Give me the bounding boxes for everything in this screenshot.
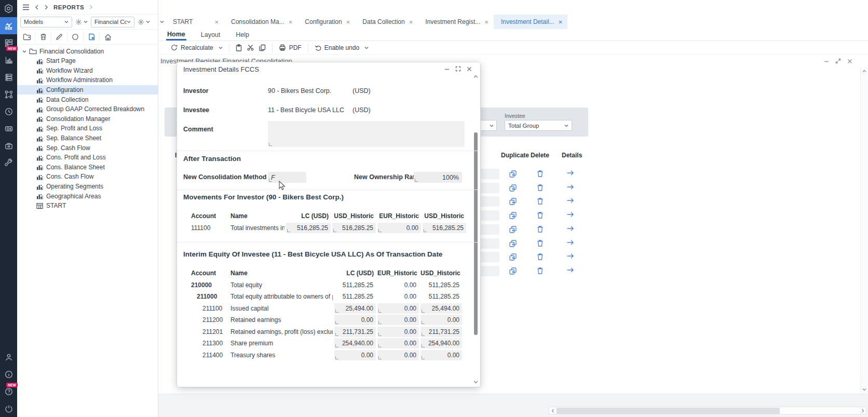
cube-settings-button[interactable] <box>138 19 150 25</box>
value-cell[interactable]: 0.00 <box>377 280 419 290</box>
menu-item[interactable]: Help <box>235 29 250 41</box>
rail-item-workspace[interactable] <box>0 137 17 154</box>
tab-overflow-chevron-icon[interactable] <box>158 15 166 29</box>
rail-item-dashboards[interactable]: NEW <box>0 34 17 51</box>
duplicate-row-button[interactable] <box>509 184 517 192</box>
tree-item[interactable]: Consolidation Manager <box>17 114 158 124</box>
dialog-maximize-icon[interactable] <box>455 66 461 72</box>
tree-item[interactable]: Group GAAP Corrected Breakdown <box>17 104 158 114</box>
value-cell[interactable]: 0.00 <box>377 223 421 233</box>
delete-row-button[interactable] <box>537 184 544 192</box>
menu-item[interactable]: Layout <box>200 29 222 41</box>
delete-row-button[interactable] <box>537 253 544 261</box>
details-row-button[interactable] <box>566 225 574 232</box>
horizontal-scroll-thumb[interactable] <box>557 408 780 414</box>
document-preview-button[interactable] <box>84 32 100 43</box>
recalculate-button[interactable]: Recalculate <box>171 44 213 51</box>
tree-item[interactable]: Configuration <box>17 85 158 95</box>
value-cell[interactable]: 0.00 <box>334 350 376 360</box>
delete-row-button[interactable] <box>537 225 544 233</box>
details-row-button[interactable] <box>566 267 574 273</box>
investee-filter-select[interactable]: Total Group <box>505 120 572 131</box>
hamburger-menu-icon[interactable] <box>22 4 30 10</box>
value-cell[interactable]: 254,940.00 <box>421 338 462 348</box>
rail-item-scheduler[interactable] <box>0 103 17 120</box>
document-tab[interactable]: Data Collection × <box>355 15 418 29</box>
document-tab[interactable]: Configuration × <box>297 15 355 29</box>
delete-row-button[interactable] <box>537 239 544 247</box>
undo-chevron-icon[interactable] <box>364 46 369 49</box>
details-row-button[interactable] <box>566 170 574 176</box>
value-cell[interactable]: 516,285.25 <box>423 223 466 233</box>
models-settings-button[interactable] <box>75 19 88 25</box>
close-window-icon[interactable] <box>847 59 852 64</box>
value-cell[interactable]: 511,285.25 <box>421 291 462 302</box>
details-row-button[interactable] <box>566 211 574 218</box>
rail-item-data[interactable] <box>0 69 17 86</box>
scroll-down-icon[interactable] <box>861 386 868 393</box>
value-cell[interactable]: 0.00 <box>377 303 419 314</box>
details-row-button[interactable] <box>566 239 574 246</box>
tree-item[interactable]: START <box>17 201 158 211</box>
rail-item-info[interactable] <box>0 366 17 383</box>
duplicate-row-button[interactable] <box>509 225 517 234</box>
value-cell[interactable]: 25,494.00 <box>334 303 376 314</box>
duplicate-row-button[interactable] <box>509 267 517 275</box>
copy-button[interactable] <box>259 44 266 51</box>
value-cell[interactable]: 211,731.25 <box>334 327 376 337</box>
dialog-minimize-icon[interactable] <box>444 66 450 72</box>
duplicate-row-button[interactable] <box>509 170 517 178</box>
tab-close-icon[interactable]: × <box>409 18 413 26</box>
value-cell[interactable]: 511,285.25 <box>334 291 376 302</box>
comment-input[interactable] <box>268 121 465 147</box>
vertical-scrollbar[interactable] <box>860 68 868 393</box>
rail-item-processes[interactable] <box>0 86 17 103</box>
duplicate-row-button[interactable] <box>509 253 517 261</box>
details-row-button[interactable] <box>566 197 574 204</box>
value-cell[interactable]: 511,285.25 <box>334 280 376 290</box>
rail-item-help[interactable]: NEW <box>0 383 17 400</box>
duplicate-row-button[interactable] <box>509 239 517 248</box>
value-cell[interactable]: 0.00 <box>377 350 419 360</box>
value-cell[interactable]: 511,285.25 <box>421 280 462 290</box>
home-button[interactable] <box>100 32 116 43</box>
document-tab[interactable]: Consolidation Ma... × <box>224 15 297 29</box>
restore-window-icon[interactable] <box>835 58 841 64</box>
horizontal-scrollbar[interactable] <box>549 407 866 414</box>
value-cell[interactable]: 516,285.25 <box>332 223 376 233</box>
scroll-up-icon[interactable] <box>861 68 868 75</box>
delete-button[interactable] <box>35 32 51 43</box>
edit-button[interactable] <box>51 32 67 43</box>
rail-item-analytics[interactable] <box>0 17 17 34</box>
new-ownership-rate-input[interactable]: 100% <box>414 172 462 183</box>
value-cell[interactable]: 0.00 <box>421 350 462 360</box>
duplicate-row-button[interactable] <box>509 197 517 206</box>
cut-button[interactable] <box>247 44 254 51</box>
delete-row-button[interactable] <box>537 211 544 219</box>
value-cell[interactable]: 0.00 <box>377 291 419 302</box>
tree-item[interactable]: Start Page <box>17 56 158 66</box>
value-cell[interactable]: 254,940.00 <box>334 338 376 348</box>
tree-root-financial-consolidation[interactable]: Financial Consolidation <box>17 46 158 56</box>
tree-item[interactable]: Sep. Profit and Loss <box>17 124 158 133</box>
tree-item[interactable]: Workflow Administration <box>17 75 158 85</box>
scroll-right-icon[interactable] <box>859 407 866 414</box>
tab-close-icon[interactable]: × <box>289 18 293 26</box>
new-consolidation-method-input[interactable]: F <box>268 172 306 183</box>
tree-item[interactable]: Cons. Profit and Loss <box>17 153 158 163</box>
tree-item[interactable]: Operating Segments <box>17 182 158 192</box>
refresh-button[interactable] <box>67 32 84 43</box>
pdf-button[interactable]: PDF <box>279 44 302 51</box>
models-select[interactable]: Models <box>20 17 72 28</box>
breadcrumb[interactable]: REPORTS <box>53 4 84 10</box>
rail-item-logout[interactable] <box>0 400 17 417</box>
delete-row-button[interactable] <box>537 170 544 178</box>
details-row-button[interactable] <box>566 184 574 190</box>
rail-item-user[interactable] <box>0 348 17 366</box>
tab-close-icon[interactable]: × <box>559 18 563 26</box>
menu-item[interactable]: Home <box>166 29 186 41</box>
tree-item[interactable]: Sep. Balance Sheet <box>17 133 158 143</box>
tab-close-icon[interactable]: × <box>484 18 489 26</box>
dialog-scroll-down-icon[interactable] <box>473 380 478 384</box>
rail-item-reports[interactable] <box>0 51 17 69</box>
